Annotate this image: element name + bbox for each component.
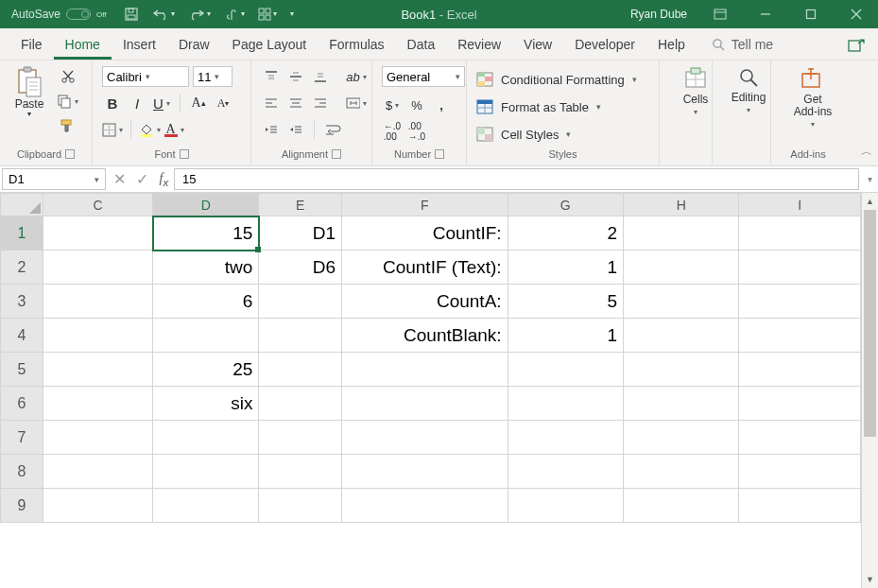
cell-G6[interactable] <box>508 387 623 421</box>
cell-G7[interactable] <box>508 421 623 455</box>
account-name[interactable]: Ryan Dube <box>630 8 687 21</box>
underline-button[interactable]: U <box>151 93 172 113</box>
cell-D7[interactable] <box>153 421 259 455</box>
cut-button[interactable] <box>57 66 78 87</box>
cell-H1[interactable] <box>624 216 739 251</box>
share-button[interactable] <box>840 31 872 60</box>
decrease-font-button[interactable]: A▾ <box>213 93 233 113</box>
qat-borders-button[interactable]: ▾ <box>258 8 277 21</box>
col-header-F[interactable]: F <box>342 194 508 216</box>
cell-I1[interactable] <box>739 216 861 251</box>
maximize-button[interactable] <box>789 0 833 28</box>
tab-formulas[interactable]: Formulas <box>318 31 395 60</box>
cell-E2[interactable]: D6 <box>259 251 342 285</box>
cell-G1[interactable]: 2 <box>508 216 623 251</box>
cell-F4[interactable]: CountBlank: <box>342 319 508 353</box>
tab-view[interactable]: View <box>512 31 563 60</box>
number-format-combo[interactable]: General▾ <box>382 66 465 87</box>
cell-D9[interactable] <box>153 489 259 523</box>
cell-G9[interactable] <box>508 489 623 523</box>
scroll-thumb[interactable] <box>864 210 876 437</box>
cell-E8[interactable] <box>259 455 342 489</box>
font-name-combo[interactable]: Calibri▾ <box>102 66 189 87</box>
insert-function-button[interactable]: fx <box>160 171 169 188</box>
cell-H5[interactable] <box>624 353 739 387</box>
row-header-9[interactable]: 9 <box>1 489 43 523</box>
cell-H9[interactable] <box>624 489 739 523</box>
row-header-5[interactable]: 5 <box>1 353 43 387</box>
autosave-switch[interactable] <box>66 9 91 20</box>
spreadsheet-grid[interactable]: C D E F G H I 1 15 D1 CountIF: 2 <box>0 193 861 523</box>
cell-styles-button[interactable]: Cell Styles▾ <box>476 123 649 146</box>
font-dialog-launcher[interactable] <box>180 149 189 159</box>
cell-I8[interactable] <box>739 455 861 489</box>
scroll-down-button[interactable]: ▼ <box>862 571 878 588</box>
col-header-I[interactable]: I <box>739 194 861 216</box>
cell-G8[interactable] <box>508 455 623 489</box>
cell-I2[interactable] <box>739 251 861 285</box>
tell-me-search[interactable]: Tell me <box>702 31 783 60</box>
number-dialog-launcher[interactable] <box>435 149 444 159</box>
format-as-table-button[interactable]: Format as Table▾ <box>476 95 649 118</box>
vertical-scrollbar[interactable]: ▲ ▼ <box>861 193 878 588</box>
get-addins-button[interactable]: Get Add-ins▾ <box>781 66 845 130</box>
decrease-indent-button[interactable] <box>261 119 282 140</box>
alignment-dialog-launcher[interactable] <box>332 149 341 159</box>
orientation-button[interactable]: ab <box>346 66 367 87</box>
clipboard-dialog-launcher[interactable] <box>65 149 75 159</box>
row-header-6[interactable]: 6 <box>1 387 43 421</box>
align-center-button[interactable] <box>285 93 306 113</box>
row-header-8[interactable]: 8 <box>1 455 43 489</box>
cell-H2[interactable] <box>624 251 739 285</box>
percent-format-button[interactable]: % <box>406 95 427 115</box>
formula-input[interactable]: 15 <box>174 168 859 190</box>
conditional-formatting-button[interactable]: Conditional Formatting▾ <box>476 68 649 91</box>
minimize-button[interactable] <box>744 0 787 28</box>
cell-D3[interactable]: 6 <box>153 285 259 319</box>
comma-format-button[interactable]: , <box>431 95 452 115</box>
select-all-corner[interactable] <box>1 194 43 216</box>
decrease-decimal-button[interactable]: .00→.0 <box>406 121 427 142</box>
format-painter-button[interactable] <box>57 115 78 136</box>
cell-F5[interactable] <box>342 353 508 387</box>
col-header-D[interactable]: D <box>153 194 259 216</box>
cell-C8[interactable] <box>43 455 152 489</box>
cell-E3[interactable] <box>259 285 342 319</box>
cell-C4[interactable] <box>43 319 152 353</box>
bold-button[interactable]: B <box>102 93 123 113</box>
cell-C5[interactable] <box>43 353 152 387</box>
cell-D1[interactable]: 15 <box>153 216 259 251</box>
expand-formula-bar-button[interactable]: ▾ <box>861 166 878 192</box>
cell-F7[interactable] <box>342 421 508 455</box>
cell-I5[interactable] <box>739 353 861 387</box>
cell-F8[interactable] <box>342 455 508 489</box>
row-header-7[interactable]: 7 <box>1 421 43 455</box>
tab-data[interactable]: Data <box>396 31 447 60</box>
increase-font-button[interactable]: A▴ <box>188 93 209 113</box>
tab-insert[interactable]: Insert <box>112 31 167 60</box>
copy-button[interactable] <box>57 91 78 112</box>
cell-G5[interactable] <box>508 353 623 387</box>
fill-color-button[interactable] <box>139 119 161 140</box>
cell-C9[interactable] <box>43 489 152 523</box>
cell-E7[interactable] <box>259 421 342 455</box>
wrap-text-button[interactable] <box>322 119 343 140</box>
tab-review[interactable]: Review <box>446 31 512 60</box>
cell-G4[interactable]: 1 <box>508 319 623 353</box>
cell-I3[interactable] <box>739 285 861 319</box>
cell-I9[interactable] <box>739 489 861 523</box>
col-header-C[interactable]: C <box>43 194 152 216</box>
cell-F1[interactable]: CountIF: <box>342 216 508 251</box>
scroll-up-button[interactable]: ▲ <box>862 193 878 210</box>
cell-D6[interactable]: six <box>153 387 259 421</box>
cell-E5[interactable] <box>259 353 342 387</box>
cell-C3[interactable] <box>43 285 152 319</box>
tab-file[interactable]: File <box>9 31 54 60</box>
cell-G3[interactable]: 5 <box>508 285 623 319</box>
cell-C7[interactable] <box>43 421 152 455</box>
font-color-button[interactable]: A <box>164 119 185 140</box>
accounting-format-button[interactable]: $ <box>382 95 403 115</box>
cell-D8[interactable] <box>153 455 259 489</box>
cell-H6[interactable] <box>624 387 739 421</box>
paste-button[interactable]: Paste ▾ <box>9 66 49 136</box>
